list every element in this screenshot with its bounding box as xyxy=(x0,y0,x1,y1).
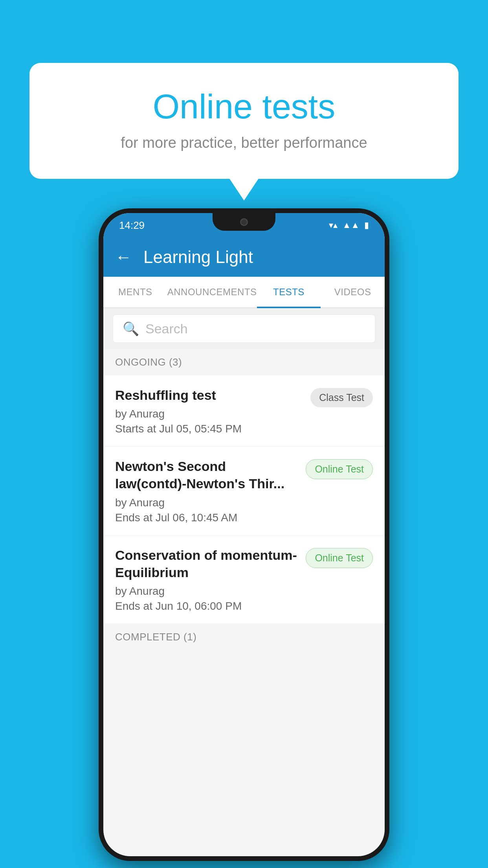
test-author-3: by Anurag xyxy=(115,585,298,598)
test-item-1[interactable]: Reshuffling test by Anurag Starts at Jul… xyxy=(103,375,385,447)
camera-dot xyxy=(240,218,248,226)
status-bar: 14:29 ▾▴ ▲▲ ▮ xyxy=(103,213,385,237)
search-input[interactable]: Search xyxy=(145,321,188,337)
status-icons: ▾▴ ▲▲ ▮ xyxy=(329,220,369,230)
speech-bubble: Online tests for more practice, better p… xyxy=(29,63,459,179)
notch xyxy=(213,213,275,231)
bubble-subtitle: for more practice, better performance xyxy=(61,134,427,151)
bubble-title: Online tests xyxy=(61,86,427,127)
test-info-1: Reshuffling test by Anurag Starts at Jul… xyxy=(115,386,310,435)
search-bar-container: 🔍 Search xyxy=(103,308,385,349)
wifi-icon: ▾▴ xyxy=(329,220,338,230)
search-icon: 🔍 xyxy=(123,321,139,337)
phone-frame: 14:29 ▾▴ ▲▲ ▮ ← Learning Light MENTS xyxy=(99,208,389,861)
back-button[interactable]: ← xyxy=(115,248,132,267)
test-info-2: Newton's Second law(contd)-Newton's Thir… xyxy=(115,458,306,524)
test-time-2: Ends at Jul 06, 10:45 AM xyxy=(115,511,298,524)
phone-screen: 14:29 ▾▴ ▲▲ ▮ ← Learning Light MENTS xyxy=(103,213,385,856)
test-badge-3: Online Test xyxy=(306,548,373,568)
test-badge-1: Class Test xyxy=(310,388,373,407)
test-title-2: Newton's Second law(contd)-Newton's Thir… xyxy=(115,458,298,492)
test-item-3[interactable]: Conservation of momentum-Equilibrium by … xyxy=(103,535,385,624)
app-bar-title: Learning Light xyxy=(143,247,253,267)
test-author-1: by Anurag xyxy=(115,408,303,420)
test-title-1: Reshuffling test xyxy=(115,386,303,404)
tab-bar: MENTS ANNOUNCEMENTS TESTS VIDEOS xyxy=(103,277,385,308)
status-time: 14:29 xyxy=(119,219,145,232)
search-bar[interactable]: 🔍 Search xyxy=(113,314,375,343)
phone-container: 14:29 ▾▴ ▲▲ ▮ ← Learning Light MENTS xyxy=(99,208,389,861)
tab-videos[interactable]: VIDEOS xyxy=(321,277,385,307)
test-list: Reshuffling test by Anurag Starts at Jul… xyxy=(103,375,385,624)
test-time-3: Ends at Jun 10, 06:00 PM xyxy=(115,600,298,612)
tab-ments[interactable]: MENTS xyxy=(103,277,167,307)
test-title-3: Conservation of momentum-Equilibrium xyxy=(115,546,298,581)
test-badge-2: Online Test xyxy=(306,459,373,479)
test-author-2: by Anurag xyxy=(115,497,298,509)
test-time-1: Starts at Jul 05, 05:45 PM xyxy=(115,423,303,435)
completed-section-header: COMPLETED (1) xyxy=(103,624,385,650)
tab-announcements[interactable]: ANNOUNCEMENTS xyxy=(167,277,257,307)
ongoing-section-header: ONGOING (3) xyxy=(103,349,385,375)
signal-icon: ▲▲ xyxy=(342,220,360,230)
tab-tests[interactable]: TESTS xyxy=(257,277,321,307)
test-info-3: Conservation of momentum-Equilibrium by … xyxy=(115,546,306,612)
battery-icon: ▮ xyxy=(364,220,369,230)
test-item-2[interactable]: Newton's Second law(contd)-Newton's Thir… xyxy=(103,447,385,535)
app-bar: ← Learning Light xyxy=(103,237,385,277)
